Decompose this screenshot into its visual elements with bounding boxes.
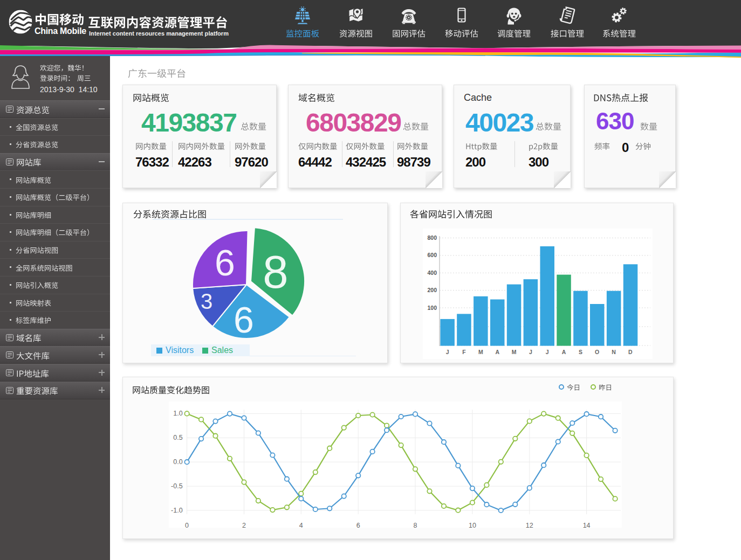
svg-text:600: 600	[427, 252, 437, 258]
svg-text:8: 8	[263, 246, 288, 298]
svg-text:A: A	[495, 349, 499, 355]
svg-text:1.0: 1.0	[173, 410, 182, 417]
svg-text:800: 800	[427, 234, 437, 241]
svg-text:D: D	[628, 349, 633, 355]
svg-text:M: M	[478, 349, 483, 355]
svg-text:0.0: 0.0	[173, 458, 182, 466]
svg-text:J: J	[546, 349, 549, 355]
svg-text:14: 14	[583, 522, 591, 528]
svg-text:2: 2	[242, 522, 246, 528]
svg-text:-0.5: -0.5	[171, 482, 183, 490]
svg-text:6: 6	[215, 242, 235, 283]
svg-text:0.5: 0.5	[173, 434, 182, 441]
svg-text:A: A	[562, 349, 566, 355]
svg-text:400: 400	[427, 269, 437, 276]
svg-text:-1.0: -1.0	[171, 507, 183, 514]
svg-text:S: S	[579, 349, 582, 355]
svg-text:10: 10	[469, 522, 476, 528]
svg-text:0: 0	[185, 522, 189, 528]
svg-text:O: O	[595, 349, 599, 355]
svg-text:100: 100	[427, 305, 437, 311]
svg-text:M: M	[512, 349, 517, 355]
svg-text:3: 3	[201, 289, 212, 313]
svg-text:200: 200	[427, 287, 437, 293]
svg-text:4: 4	[299, 522, 303, 528]
svg-text:J: J	[529, 349, 532, 355]
svg-text:J: J	[446, 349, 449, 355]
svg-text:N: N	[612, 349, 616, 355]
svg-text:12: 12	[526, 522, 533, 528]
svg-text:8: 8	[414, 522, 417, 528]
svg-text:6: 6	[234, 299, 254, 340]
svg-text:6: 6	[356, 522, 360, 528]
svg-text:F: F	[462, 349, 466, 355]
